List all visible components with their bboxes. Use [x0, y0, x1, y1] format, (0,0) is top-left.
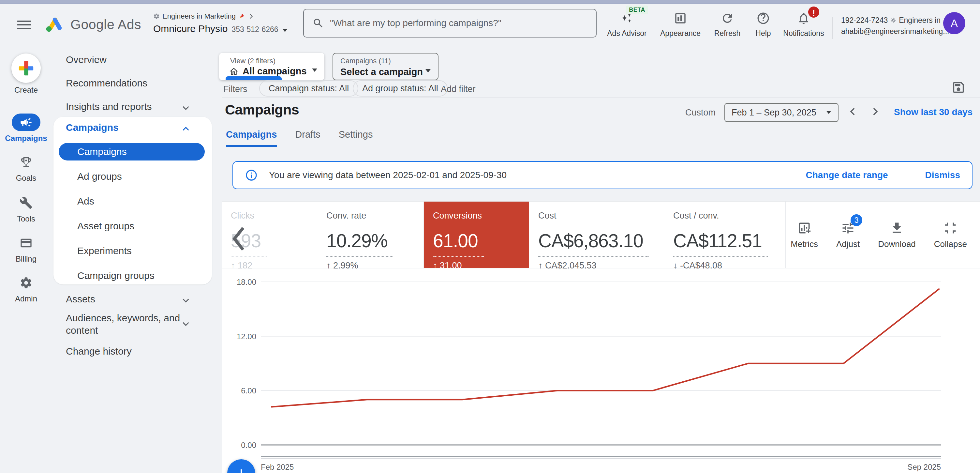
- nav-label-campaigns: Campaigns: [77, 146, 127, 157]
- rail-item-goals[interactable]: Goals: [0, 153, 52, 183]
- save-view-icon[interactable]: [951, 80, 966, 95]
- banner-text: You are viewing data between 2025-02-01 …: [269, 170, 507, 180]
- campaign-selector[interactable]: Campaigns (11) Select a campaign: [332, 53, 439, 80]
- view-selector-caret-icon: [312, 68, 317, 72]
- menu-icon[interactable]: [17, 21, 31, 32]
- nav-item-recommendations[interactable]: Recommendations: [66, 78, 147, 89]
- ads-advisor-button[interactable]: BETA Ads Advisor: [603, 11, 651, 38]
- change-date-range-link[interactable]: Change date range: [806, 170, 888, 180]
- manager-account-name[interactable]: Engineers in Marketing: [162, 12, 236, 21]
- add-filter-button[interactable]: Add filter: [441, 84, 476, 94]
- nav-item-asset-groups[interactable]: Asset groups: [77, 220, 134, 232]
- scorecard-value: CA$112.51: [673, 230, 768, 257]
- dismiss-link[interactable]: Dismiss: [925, 170, 960, 180]
- previous-period-button[interactable]: [846, 105, 859, 118]
- gear-emoji-icon: [890, 17, 896, 23]
- credit-card-icon: [12, 234, 40, 252]
- scorecard-conversions-selected[interactable]: Conversions 61.00 ↑ 31.00: [424, 202, 529, 268]
- create-button[interactable]: Create: [0, 54, 52, 95]
- campaign-selector-label: Campaigns (11): [340, 57, 391, 65]
- wrench-icon: [12, 194, 40, 212]
- scorecard-value: 10.29%: [326, 230, 393, 257]
- scorecard-cost[interactable]: Cost CA$6,863.10 ↑ CA$2,045.53: [529, 202, 664, 268]
- nav-item-ads[interactable]: Ads: [77, 196, 94, 207]
- rail-label-tools: Tools: [0, 214, 52, 223]
- notifications-button[interactable]: ! Notifications: [779, 11, 828, 38]
- rail-item-admin[interactable]: Admin: [0, 274, 52, 303]
- rail-label-goals: Goals: [0, 174, 52, 183]
- nav-item-audiences-line1[interactable]: Audiences, keywords, and: [66, 312, 180, 323]
- avatar[interactable]: A: [943, 12, 965, 34]
- scorecard-label: Clicks: [231, 211, 317, 221]
- collapse-button[interactable]: Collapse: [934, 220, 967, 249]
- nav-item-experiments[interactable]: Experiments: [77, 245, 132, 256]
- chevron-up-icon[interactable]: [180, 123, 191, 134]
- nav-item-campaign-groups[interactable]: Campaign groups: [77, 270, 154, 281]
- next-period-button[interactable]: [869, 105, 881, 118]
- nav-item-overview[interactable]: Overview: [66, 54, 107, 65]
- metrics-icon: [797, 221, 811, 235]
- breadcrumb[interactable]: Engineers in Marketing Omnicure Physio 3…: [153, 12, 288, 34]
- rail-item-tools[interactable]: Tools: [0, 194, 52, 223]
- view-selector[interactable]: View (2 filters) All campaigns: [219, 53, 325, 80]
- campaign-selector-caret-icon: [425, 69, 431, 72]
- nav-item-audiences-line2[interactable]: content: [66, 325, 98, 336]
- download-button[interactable]: Download: [878, 220, 916, 249]
- tab-settings[interactable]: Settings: [339, 129, 373, 147]
- account-info[interactable]: 192-224-7243 Engineers in ... ahabib@eng…: [841, 15, 949, 37]
- adjust-button[interactable]: 3 Adjust: [836, 220, 860, 249]
- rail-item-billing[interactable]: Billing: [0, 234, 52, 264]
- date-info-banner: You are viewing data between 2025-02-01 …: [232, 161, 972, 189]
- chart-canvas: 0.006.0012.0018.00Feb 2025Sep 2025: [222, 269, 980, 473]
- chevron-down-icon[interactable]: [180, 102, 191, 113]
- nav-group-campaigns[interactable]: Campaigns: [66, 122, 119, 133]
- conversions-line-chart[interactable]: 0.006.0012.0018.00Feb 2025Sep 2025: [222, 269, 980, 473]
- scorecard-conv-rate[interactable]: Conv. rate 10.29% ↑ 2.99%: [317, 202, 424, 268]
- filter-chip-ad-group-status[interactable]: Ad group status: All: [353, 80, 448, 97]
- download-icon: [890, 221, 904, 235]
- campaign-selector-value: Select a campaign: [340, 67, 423, 77]
- scorecard-label: Cost / conv.: [673, 211, 785, 221]
- megaphone-icon: [12, 113, 40, 131]
- adjust-count-badge: 3: [851, 214, 862, 226]
- nav-item-change-history[interactable]: Change history: [66, 346, 132, 357]
- date-range-value: Feb 1 – Sep 30, 2025: [732, 108, 816, 118]
- tab-campaigns[interactable]: Campaigns: [226, 129, 277, 147]
- nav-item-assets[interactable]: Assets: [66, 294, 95, 305]
- primary-navigation-rail: Create Campaigns Goals Tools Billing Adm…: [0, 46, 52, 473]
- appearance-icon: [673, 11, 687, 25]
- scroll-left-icon[interactable]: [226, 222, 252, 256]
- account-name[interactable]: Omnicure Physio: [153, 23, 228, 34]
- manager-short-name: Engineers in ...: [899, 15, 949, 26]
- nav-item-ad-groups[interactable]: Ad groups: [77, 171, 122, 182]
- chevron-down-icon[interactable]: [180, 295, 191, 306]
- view-selector-label: View (2 filters): [230, 57, 275, 65]
- search-input[interactable]: "What are my top performing campaigns?": [303, 9, 597, 38]
- rail-item-campaigns[interactable]: Campaigns: [0, 113, 52, 143]
- nav-item-insights-reports[interactable]: Insights and reports: [66, 101, 151, 112]
- notifications-label: Notifications: [779, 29, 828, 38]
- chart-toolbar: Metrics 3 Adjust Download Collapse: [791, 202, 980, 268]
- header-divider: [832, 17, 833, 39]
- date-range-picker[interactable]: Feb 1 – Sep 30, 2025: [724, 103, 838, 122]
- view-selector-value: All campaigns: [243, 66, 307, 76]
- show-last-30-days-link[interactable]: Show last 30 days: [894, 107, 972, 118]
- metrics-button[interactable]: Metrics: [791, 220, 818, 249]
- tab-drafts[interactable]: Drafts: [295, 129, 320, 147]
- search-icon: [312, 17, 324, 29]
- rail-label-admin: Admin: [0, 294, 52, 303]
- filters-label: Filters: [223, 84, 247, 94]
- campaigns-nav-group: Campaigns Campaigns Ad groups Ads Asset …: [54, 117, 212, 285]
- scorecard-cost-per-conv[interactable]: Cost / conv. CA$112.51 ↓ -CA$48.08: [664, 202, 786, 268]
- search-placeholder: "What are my top performing campaigns?": [330, 18, 501, 29]
- scorecard-clicks[interactable]: Clicks 593 ↑ 182: [222, 202, 317, 268]
- appearance-button[interactable]: Appearance: [656, 11, 705, 38]
- scorecard-row: Clicks 593 ↑ 182 Conv. rate 10.29% ↑ 2.9…: [222, 201, 980, 268]
- nav-item-campaigns-selected[interactable]: Campaigns: [59, 143, 205, 161]
- filter-chip-campaign-status[interactable]: Campaign status: All: [259, 80, 358, 97]
- chevron-down-icon[interactable]: [180, 319, 191, 330]
- account-switcher-caret-icon[interactable]: [282, 29, 288, 32]
- home-icon: [229, 67, 239, 76]
- collapse-icon: [943, 221, 958, 235]
- scorecard-label: Cost: [538, 211, 664, 221]
